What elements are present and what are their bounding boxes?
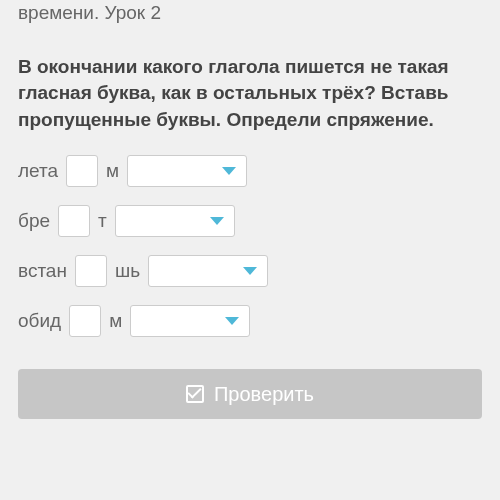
word-prefix: лета xyxy=(18,160,58,182)
lesson-title: времени. Урок 2 xyxy=(18,2,161,23)
letter-input[interactable] xyxy=(75,255,107,287)
conjugation-dropdown[interactable] xyxy=(115,205,235,237)
exercise-row: лета м xyxy=(18,155,482,187)
exercise-row: встан шь xyxy=(18,255,482,287)
chevron-down-icon xyxy=(210,217,224,225)
letter-input[interactable] xyxy=(69,305,101,337)
lesson-header: времени. Урок 2 xyxy=(18,0,482,26)
letter-input[interactable] xyxy=(58,205,90,237)
word-suffix: шь xyxy=(115,260,140,282)
word-suffix: м xyxy=(109,310,122,332)
word-prefix: встан xyxy=(18,260,67,282)
check-button-label: Проверить xyxy=(214,383,314,406)
word-prefix: обид xyxy=(18,310,61,332)
exercise-row: бре т xyxy=(18,205,482,237)
conjugation-dropdown[interactable] xyxy=(127,155,247,187)
conjugation-dropdown[interactable] xyxy=(130,305,250,337)
exercise-rows: лета м бре т встан шь обид м xyxy=(18,155,482,337)
word-suffix: т xyxy=(98,210,107,232)
chevron-down-icon xyxy=(222,167,236,175)
chevron-down-icon xyxy=(225,317,239,325)
conjugation-dropdown[interactable] xyxy=(148,255,268,287)
word-prefix: бре xyxy=(18,210,50,232)
letter-input[interactable] xyxy=(66,155,98,187)
exercise-row: обид м xyxy=(18,305,482,337)
chevron-down-icon xyxy=(243,267,257,275)
check-button[interactable]: Проверить xyxy=(18,369,482,419)
question-text: В окончании какого глагола пишется не та… xyxy=(18,54,482,134)
check-icon xyxy=(186,385,204,403)
word-suffix: м xyxy=(106,160,119,182)
